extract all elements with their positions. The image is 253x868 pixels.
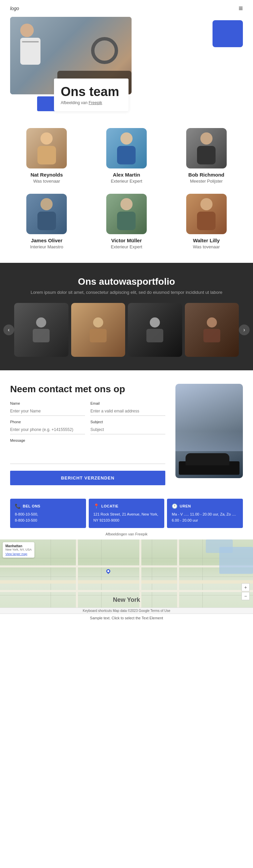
sample-text-bar[interactable]: Sample text. Click to select the Text El… bbox=[0, 614, 253, 622]
blue-accent-top bbox=[213, 20, 243, 47]
portfolio-image-2 bbox=[128, 303, 182, 357]
contact-form: Neem contact met ons op Name Email Phone… bbox=[10, 384, 165, 485]
hero-title: Ons team bbox=[61, 85, 119, 99]
team-member-role-3: Interieur Maestro bbox=[30, 244, 63, 249]
send-button[interactable]: BERICHT VERZENDEN bbox=[10, 471, 165, 485]
location-icon: 📍 bbox=[93, 503, 100, 509]
name-label: Name bbox=[10, 401, 85, 405]
info-box-title-2: UREN bbox=[180, 504, 191, 508]
freepik-link[interactable]: Freepik bbox=[89, 100, 102, 105]
team-grid: Nat Reynolds Was tovenaar Alex Martin Ex… bbox=[10, 128, 243, 249]
email-label: Email bbox=[90, 401, 165, 405]
subject-input[interactable] bbox=[90, 425, 165, 434]
portfolio-images bbox=[14, 303, 239, 357]
phone-label: Phone bbox=[10, 420, 85, 424]
team-member-5: Walter Lilly Was tovenaar bbox=[170, 194, 243, 249]
clock-icon: 🕐 bbox=[172, 503, 178, 509]
map-controls: + − bbox=[242, 583, 250, 600]
name-field-group: Name bbox=[10, 401, 85, 416]
team-member-role-4: Exterieur Expert bbox=[111, 244, 142, 249]
portfolio-title: Ons autowasportfolio bbox=[0, 276, 253, 287]
view-larger-map-link[interactable]: View larger map bbox=[5, 552, 27, 556]
info-box-line2-1: NY 92103-9000 bbox=[93, 518, 160, 524]
slider-next-button[interactable]: › bbox=[239, 324, 250, 335]
team-member-name-4: Victor Müller bbox=[111, 238, 142, 243]
message-label: Message bbox=[10, 438, 165, 442]
team-photo-5 bbox=[186, 194, 227, 234]
team-member-name-5: Walter Lilly bbox=[193, 238, 220, 243]
team-photo-3 bbox=[26, 194, 67, 234]
map-zoom-in-button[interactable]: + bbox=[242, 583, 250, 591]
map-bottom-bar: Keyboard shortcuts Map data ©2023 Google… bbox=[0, 608, 253, 614]
contact-section: Neem contact met ons op Name Email Phone… bbox=[0, 370, 253, 499]
email-input[interactable] bbox=[90, 407, 165, 416]
freepik-note: Afbeeldingen van Freepik bbox=[0, 530, 253, 539]
subject-field-group: Subject bbox=[90, 420, 165, 434]
team-photo-4 bbox=[106, 194, 147, 234]
menu-button[interactable]: ≡ bbox=[238, 4, 243, 13]
portfolio-subtitle: Lorem ipsum dolor sit amet, consectetur … bbox=[0, 290, 253, 295]
phone-icon: 📞 bbox=[15, 503, 21, 509]
portfolio-slider: ‹ bbox=[0, 303, 253, 357]
info-box-line1-1: 121 Rock Street, 21 Avenue, New York, bbox=[93, 512, 160, 518]
map-pin bbox=[106, 568, 111, 574]
portfolio-image-0 bbox=[14, 303, 68, 357]
info-boxes: 📞 BEL ONS 8-800-10-500, 8-800-10-500 📍 L… bbox=[0, 499, 253, 528]
team-member-name-1: Alex Martin bbox=[113, 172, 140, 178]
hero-section: Ons team Afbeelding van Freepik bbox=[10, 17, 243, 111]
contact-image bbox=[175, 384, 243, 478]
map-section[interactable]: New York Manhattan New York, NY, USA Vie… bbox=[0, 539, 253, 614]
team-member-1: Alex Martin Exterieur Expert bbox=[90, 128, 163, 184]
team-member-role-2: Meester Polijster bbox=[190, 179, 223, 184]
portfolio-section: Ons autowasportfolio Lorem ipsum dolor s… bbox=[0, 263, 253, 370]
info-box-title-1: LOCATIE bbox=[101, 504, 118, 508]
info-box-line2-0: 8-800-10-500 bbox=[15, 518, 81, 524]
team-member-name-3: James Oliver bbox=[31, 238, 62, 243]
contact-title: Neem contact met ons op bbox=[10, 384, 165, 395]
team-photo-0 bbox=[26, 128, 67, 168]
team-photo-2 bbox=[186, 128, 227, 168]
info-box-2: 🕐 UREN Ma - V ..... 11.00 - 20.00 uur, Z… bbox=[167, 499, 243, 528]
map-info-box: Manhattan New York, NY, USA View larger … bbox=[3, 542, 34, 558]
sample-text: Sample text. Click to select the Text El… bbox=[90, 616, 163, 620]
slider-prev-button[interactable]: ‹ bbox=[3, 324, 14, 335]
info-box-line1-0: 8-800-10-500, bbox=[15, 512, 81, 518]
phone-input[interactable] bbox=[10, 425, 85, 434]
header: logo ≡ bbox=[0, 0, 253, 17]
info-box-1: 📍 LOCATIE 121 Rock Street, 21 Avenue, Ne… bbox=[89, 499, 165, 528]
info-box-line2-2: 6.00 - 20.00 uur bbox=[172, 518, 238, 524]
map-background: New York Manhattan New York, NY, USA Vie… bbox=[0, 539, 253, 614]
team-member-name-2: Bob Richmond bbox=[188, 172, 224, 178]
team-photo-1 bbox=[106, 128, 147, 168]
message-input[interactable] bbox=[10, 444, 165, 464]
team-member-4: Victor Müller Exterieur Expert bbox=[90, 194, 163, 249]
team-member-3: James Oliver Interieur Maestro bbox=[10, 194, 83, 249]
team-member-role-0: Was tovenaar bbox=[33, 179, 60, 184]
info-box-0: 📞 BEL ONS 8-800-10-500, 8-800-10-500 bbox=[10, 499, 86, 528]
subject-label: Subject bbox=[90, 420, 165, 424]
email-field-group: Email bbox=[90, 401, 165, 416]
team-section: Nat Reynolds Was tovenaar Alex Martin Ex… bbox=[0, 125, 253, 263]
name-input[interactable] bbox=[10, 407, 85, 416]
phone-field-group: Phone bbox=[10, 420, 85, 434]
map-city-label: New York bbox=[113, 596, 140, 603]
info-box-title-0: BEL ONS bbox=[23, 504, 40, 508]
logo: logo bbox=[10, 6, 19, 11]
team-member-role-1: Exterieur Expert bbox=[111, 179, 142, 184]
portfolio-image-1 bbox=[71, 303, 125, 357]
hero-subtitle: Afbeelding van Freepik bbox=[61, 100, 119, 105]
team-member-2: Bob Richmond Meester Polijster bbox=[170, 128, 243, 184]
team-member-name-0: Nat Reynolds bbox=[30, 172, 63, 178]
hero-title-box: Ons team Afbeelding van Freepik bbox=[54, 79, 129, 111]
portfolio-image-3 bbox=[185, 303, 239, 357]
team-member-0: Nat Reynolds Was tovenaar bbox=[10, 128, 83, 184]
map-zoom-out-button[interactable]: − bbox=[242, 592, 250, 600]
info-box-line1-2: Ma - V ..... 11.00 - 20.00 uur, Za, Zo .… bbox=[172, 512, 238, 518]
team-member-role-5: Was tovenaar bbox=[193, 244, 220, 249]
message-field-group: Message bbox=[10, 438, 165, 468]
